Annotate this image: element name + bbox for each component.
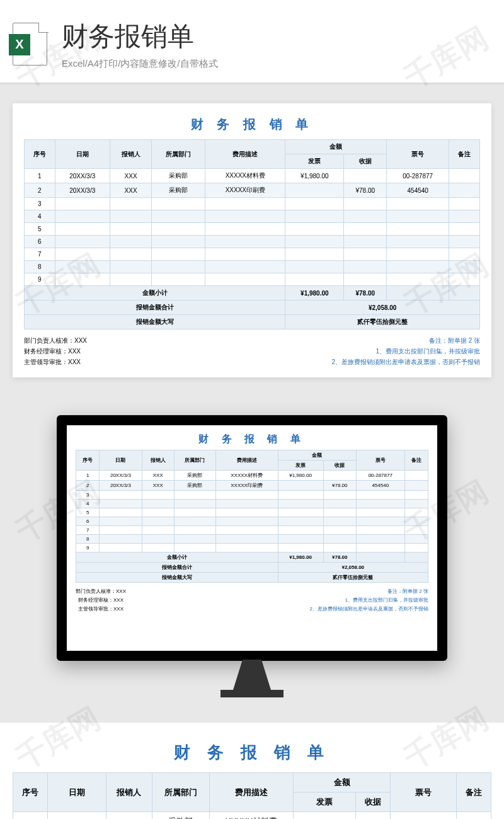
table-row: 120XX/3/3XXX采购部XXXXX材料费¥1,980.0000-28787… [76, 471, 428, 481]
table-row: 5 [25, 223, 480, 236]
table-row: 7 [25, 248, 480, 261]
table-row: 8 [76, 535, 428, 544]
template-zoom-cut: 财 务 报 销 单 序号日期 报销人所属部门 费用描述金额 票号备注 发票收据 … [0, 723, 504, 819]
page-subtitle: Excel/A4打印/内容随意修改/自带格式 [62, 58, 218, 70]
approval-leader: 主管领导审批：XXX [24, 358, 87, 367]
approvals-block: 部门负责人核准：XXX 财务经理审核：XXX 主管领导审批：XXX 备注：附单据… [24, 335, 480, 369]
table-row: 6 [25, 236, 480, 248]
table-row: 4 [25, 210, 480, 223]
approval-dept: 部门负责人核准：XXX [24, 336, 87, 345]
table-row: 7 [76, 526, 428, 535]
table-row: 220XX/3/3XXX采购部XXXXX印刷费¥78.00454540 [76, 481, 428, 491]
page-title: 财务报销单 [62, 19, 218, 54]
table-row: 3 [76, 491, 428, 500]
table-row: 5 [76, 508, 428, 517]
table-row: 120XX/3/3XXX采购部XXXXX材料费¥1,980.0000-28787… [25, 169, 480, 183]
table-row: 8 [25, 261, 480, 273]
template-preview-flat: 财 务 报 销 单 序号 日期 报销人 所属部门 费用描述 金额 票号 备注 发… [13, 103, 491, 377]
form-title: 财 务 报 销 单 [24, 111, 480, 139]
table-row: 4 [76, 500, 428, 508]
table-row: 9 [25, 273, 480, 286]
remark-1: 1、费用支出按部门归集，并按级审批 [331, 347, 480, 356]
monitor-mockup: 财 务 报 销 单 序号日期 报销人所属部门 费用描述金额 票号备注 发票收据 … [0, 415, 504, 697]
table-row: 9 [76, 544, 428, 553]
table-row: 6 [76, 517, 428, 526]
reimbursement-table: 序号 日期 报销人 所属部门 费用描述 金额 票号 备注 发票收据 120XX/… [24, 139, 480, 329]
table-row: 3 [25, 198, 480, 210]
remark-title: 备注：附单据 2 张 [331, 336, 480, 345]
remark-2: 2、差旅费报销须附出差申请表及票据，否则不予报销 [331, 358, 480, 367]
excel-icon: X [13, 23, 50, 67]
table-row: 220XX/3/3XXX采购部XXXXX印刷费¥78.00454540 [25, 183, 480, 198]
page-header: X 财务报销单 Excel/A4打印/内容随意修改/自带格式 [0, 0, 504, 84]
approval-finance: 财务经理审核：XXX [24, 347, 87, 356]
